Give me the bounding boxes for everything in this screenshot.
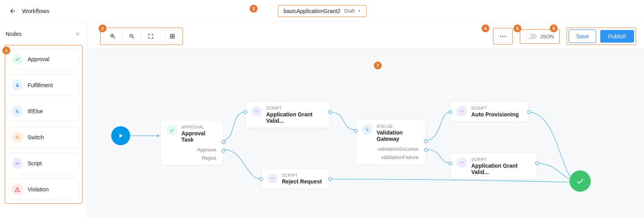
node-type: SCRIPT: [266, 106, 324, 110]
node-label: If/Else: [28, 108, 43, 114]
branch-icon: [12, 106, 23, 117]
fit-icon: [147, 33, 154, 39]
palette-violation[interactable]: Violation: [7, 179, 80, 200]
node-label: Script: [28, 160, 42, 166]
switch-icon: [12, 132, 23, 143]
output-validation-failure[interactable]: validationFailure: [381, 154, 420, 160]
workflow-name: basicApplicationGrant2: [284, 8, 340, 14]
node-script-app-grant-valid-2[interactable]: SCRIPT Application Grant Valid...: [450, 152, 537, 180]
node-title: Reject Request: [282, 178, 322, 185]
svg-marker-6: [157, 134, 160, 137]
fit-view-button[interactable]: [141, 30, 160, 43]
node-type: APPROVAL: [181, 125, 218, 129]
chevron-down-icon: ▾: [358, 9, 360, 13]
node-approval-task[interactable]: APPROVAL Approval Task Approve Reject: [161, 120, 224, 165]
palette-ifelse[interactable]: If/Else: [7, 101, 80, 122]
node-script-reject-request[interactable]: SCRIPT Reject Request: [261, 168, 330, 189]
code-icon: [12, 158, 23, 169]
callout-4: 4: [482, 24, 489, 32]
svg-point-4: [502, 36, 504, 37]
code-icon: [456, 157, 467, 168]
zoom-out-icon: [129, 33, 135, 39]
node-script-app-grant-valid[interactable]: SCRIPT Application Grant Valid...: [245, 101, 330, 128]
dots-icon: [500, 36, 506, 37]
close-icon: [75, 31, 80, 37]
workflow-graph: APPROVAL Approval Task Approve Reject: [88, 49, 644, 217]
node-title: Auto Provisioning: [471, 111, 519, 118]
palette-fulfillment[interactable]: Fulfillment: [7, 75, 80, 96]
save-publish-group: Save Publish: [567, 28, 636, 45]
node-label: Violation: [28, 186, 49, 193]
sidebar-title: Nodes: [6, 31, 21, 37]
palette-approval[interactable]: Approval: [7, 49, 80, 70]
svg-point-5: [505, 36, 506, 37]
end-node[interactable]: [569, 170, 591, 192]
callout-3: 3: [250, 5, 258, 13]
check-circle-icon: [166, 125, 177, 135]
zoom-in-button[interactable]: [103, 30, 122, 43]
node-title: Validation Gateway: [377, 129, 420, 142]
start-node[interactable]: [111, 126, 130, 145]
code-icon: [267, 173, 278, 183]
node-script-auto-provisioning[interactable]: SCRIPT Auto Provisioning: [450, 101, 529, 122]
json-label: JSON: [540, 34, 554, 39]
node-type: SCRIPT: [471, 106, 519, 110]
alert-icon: [12, 184, 23, 195]
close-sidebar-button[interactable]: [74, 30, 82, 38]
callout-2: 2: [99, 24, 106, 32]
node-palette: Approval Fulfillment If/Else Switch: [5, 45, 82, 204]
workflow-title-dropdown[interactable]: basicApplicationGrant2 Draft ▾: [278, 5, 366, 17]
publish-button[interactable]: Publish: [600, 30, 634, 43]
zoom-in-icon: [110, 33, 116, 39]
svg-point-0: [17, 84, 18, 85]
back-button[interactable]: [6, 5, 19, 17]
more-menu-wrapper: [493, 28, 513, 45]
node-title: Application Grant Valid...: [471, 163, 531, 175]
node-ifelse-validation-gateway[interactable]: IF/ELSE Validation Gateway validationSuc…: [356, 119, 426, 165]
grid-icon: [169, 33, 175, 39]
play-icon: [117, 132, 124, 139]
node-label: Switch: [28, 134, 44, 140]
node-title: Application Grant Valid...: [266, 111, 324, 124]
callout-7: 7: [374, 62, 382, 69]
toggle-icon: [526, 34, 537, 39]
callout-5: 5: [513, 24, 521, 32]
palette-switch[interactable]: Switch: [7, 127, 80, 148]
zoom-out-button[interactable]: [122, 30, 141, 43]
callout-6: 6: [550, 24, 558, 32]
output-reject[interactable]: Reject: [202, 155, 218, 161]
node-type: SCRIPT: [282, 173, 322, 178]
arrow-left-icon: [9, 7, 16, 15]
person-icon: [12, 80, 23, 91]
check-icon: [576, 177, 584, 185]
grid-toggle-button[interactable]: [164, 30, 180, 43]
node-type: IF/ELSE: [377, 124, 420, 129]
output-validation-success[interactable]: validationSuccess: [377, 146, 420, 152]
page-title: Workflows: [22, 7, 49, 14]
save-button[interactable]: Save: [569, 30, 596, 43]
callout-1: 1: [2, 47, 10, 54]
canvas[interactable]: JSON Save Publish: [88, 22, 644, 217]
palette-script[interactable]: Script: [7, 153, 80, 174]
output-approve[interactable]: Approve: [197, 147, 218, 153]
node-type: SCRIPT: [471, 157, 531, 162]
node-label: Approval: [28, 56, 49, 62]
zoom-toolbar: [100, 28, 183, 45]
branch-icon: [362, 124, 373, 135]
node-label: Fulfillment: [28, 82, 53, 88]
status-badge: Draft: [344, 8, 355, 14]
header-bar: Workflows basicApplicationGrant2 Draft ▾: [0, 0, 644, 22]
svg-point-3: [500, 36, 501, 37]
code-icon: [456, 106, 467, 116]
more-menu-button[interactable]: [495, 30, 511, 43]
node-title: Approval Task: [181, 130, 218, 143]
sidebar: Nodes Approval Fulfillment: [0, 22, 88, 217]
check-circle-icon: [12, 54, 23, 65]
code-icon: [251, 106, 262, 116]
json-toggle[interactable]: JSON: [522, 31, 558, 42]
